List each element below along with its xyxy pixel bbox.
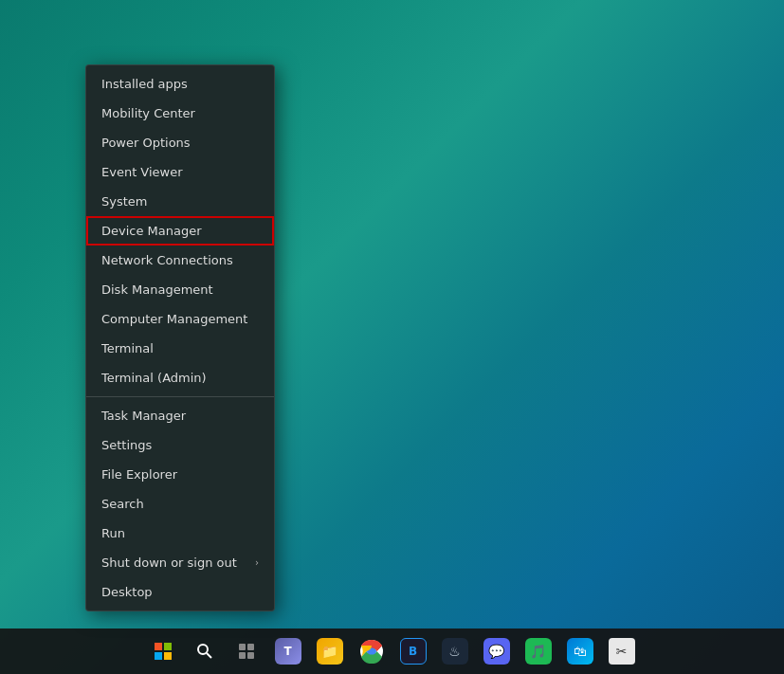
- menu-item-shut-down[interactable]: Shut down or sign out›: [86, 548, 274, 577]
- svg-rect-9: [247, 652, 254, 659]
- menu-item-label: Terminal (Admin): [101, 371, 207, 385]
- menu-item-installed-apps[interactable]: Installed apps: [86, 69, 274, 99]
- taskbar-icon-search[interactable]: [186, 632, 224, 670]
- svg-rect-7: [247, 644, 254, 650]
- menu-item-label: Network Connections: [101, 253, 233, 267]
- taskbar-icon-steam[interactable]: ♨: [436, 632, 474, 670]
- menu-item-run[interactable]: Run: [86, 519, 274, 548]
- taskbar-icon-store[interactable]: 🛍: [561, 632, 599, 670]
- menu-divider: [86, 396, 274, 397]
- menu-item-label: Installed apps: [101, 77, 188, 91]
- svg-rect-0: [155, 643, 162, 650]
- taskbar-icon-files[interactable]: 📁: [311, 632, 349, 670]
- menu-item-label: Shut down or sign out: [101, 556, 237, 570]
- menu-item-label: Device Manager: [101, 224, 202, 238]
- svg-rect-2: [155, 652, 162, 660]
- svg-rect-1: [164, 643, 172, 650]
- menu-item-network-connections[interactable]: Network Connections: [86, 246, 274, 275]
- menu-item-label: File Explorer: [101, 467, 177, 482]
- taskbar-icon-spotify[interactable]: 🎵: [520, 632, 557, 670]
- menu-item-power-options[interactable]: Power Options: [86, 128, 274, 157]
- menu-item-label: Task Manager: [101, 409, 186, 423]
- menu-item-label: Run: [101, 526, 125, 540]
- context-menu: Installed appsMobility CenterPower Optio…: [85, 64, 275, 611]
- menu-item-label: Terminal: [101, 341, 154, 355]
- menu-item-label: Desktop: [101, 585, 153, 599]
- submenu-arrow-icon: ›: [255, 557, 259, 568]
- menu-item-label: Power Options: [101, 136, 191, 150]
- menu-item-task-manager[interactable]: Task Manager: [86, 401, 274, 430]
- menu-item-label: Event Viewer: [101, 165, 183, 179]
- menu-item-device-manager[interactable]: Device Manager: [86, 216, 274, 246]
- taskbar-icon-discord[interactable]: 💬: [478, 632, 516, 670]
- svg-rect-6: [239, 644, 246, 650]
- menu-item-desktop[interactable]: Desktop: [86, 577, 274, 607]
- menu-item-terminal-admin[interactable]: Terminal (Admin): [86, 363, 274, 392]
- taskbar: T📁B♨💬🎵🛍✂: [0, 628, 784, 674]
- menu-item-label: Disk Management: [101, 282, 213, 297]
- svg-rect-3: [164, 652, 172, 660]
- menu-item-event-viewer[interactable]: Event Viewer: [86, 157, 274, 187]
- taskbar-icon-bitwarden[interactable]: B: [394, 632, 432, 670]
- menu-item-terminal[interactable]: Terminal: [86, 334, 274, 363]
- svg-line-5: [207, 653, 211, 658]
- menu-item-disk-management[interactable]: Disk Management: [86, 275, 274, 304]
- menu-item-mobility-center[interactable]: Mobility Center: [86, 99, 274, 128]
- taskbar-icon-taskview[interactable]: [228, 632, 265, 670]
- menu-item-search[interactable]: Search: [86, 489, 274, 519]
- taskbar-icon-chrome[interactable]: [353, 632, 391, 670]
- menu-item-computer-management[interactable]: Computer Management: [86, 304, 274, 334]
- menu-item-system[interactable]: System: [86, 187, 274, 216]
- menu-item-label: Mobility Center: [101, 106, 195, 120]
- taskbar-icon-start[interactable]: [144, 632, 182, 670]
- menu-item-label: Settings: [101, 438, 152, 452]
- menu-item-label: System: [101, 194, 147, 209]
- taskbar-icon-teams[interactable]: T: [269, 632, 307, 670]
- menu-item-label: Search: [101, 497, 144, 511]
- svg-rect-8: [239, 652, 246, 659]
- desktop: Installed appsMobility CenterPower Optio…: [0, 0, 784, 674]
- taskbar-icon-snip[interactable]: ✂: [603, 632, 641, 670]
- menu-item-settings[interactable]: Settings: [86, 430, 274, 460]
- menu-item-file-explorer[interactable]: File Explorer: [86, 460, 274, 489]
- svg-point-4: [198, 645, 208, 654]
- menu-item-label: Computer Management: [101, 312, 247, 326]
